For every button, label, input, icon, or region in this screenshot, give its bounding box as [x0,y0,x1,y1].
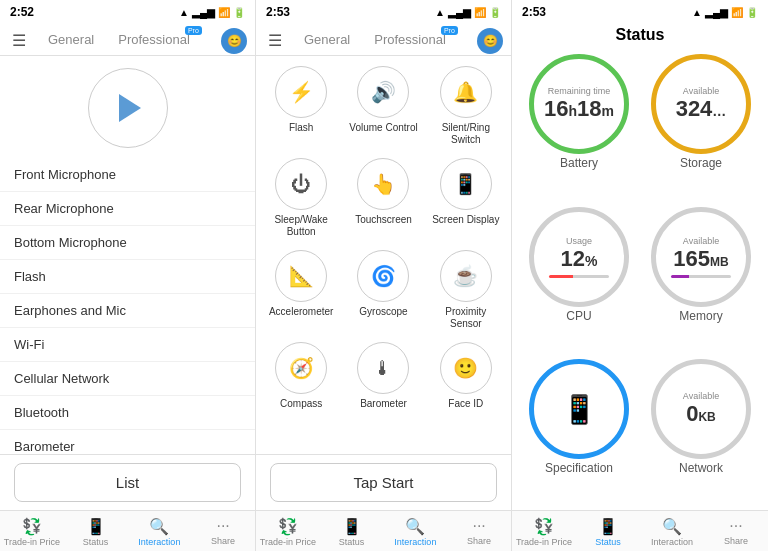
interaction-icon-3: 🔍 [662,517,682,536]
nav-trade-3[interactable]: 💱 Trade-in Price [512,515,576,549]
volume-circle: 🔊 [357,66,409,118]
nav-interaction-2[interactable]: 🔍 Interaction [384,515,448,549]
icon-display[interactable]: 📱 Screen Display [430,158,502,238]
stat-battery[interactable]: Remaining time 16h18m Battery [522,54,636,199]
icon-proximity[interactable]: ☕ Proximity Sensor [430,250,502,330]
list-item-rear-mic[interactable]: Rear Microphone [0,192,255,226]
pro-badge-1: Pro [185,26,202,35]
signal-icon: ▂▄▆ [192,7,215,18]
faceid-circle: 🙂 [440,342,492,394]
list-item-earphones[interactable]: Earphones and Mic [0,294,255,328]
silent-circle: 🔔 [440,66,492,118]
stat-spec[interactable]: 📱 Specification [522,359,636,504]
avatar-1[interactable]: 😊 [221,28,247,54]
signal-icon-2: ▂▄▆ [448,7,471,18]
tab-general-2[interactable]: General [294,26,360,55]
icon-silent[interactable]: 🔔 Silent/Ring Switch [430,66,502,146]
play-circle[interactable] [88,68,168,148]
nav-share-2[interactable]: ··· Share [447,515,511,549]
signal-icon-3: ▂▄▆ [705,7,728,18]
status-icon-2: 📱 [342,517,362,536]
nav-share-1[interactable]: ··· Share [191,515,255,549]
status-icons-2: ▲ ▂▄▆ 📶 🔋 [435,7,501,18]
wifi-icon-3: 📶 [731,7,743,18]
stat-storage[interactable]: Available 324… Storage [644,54,758,199]
icon-touchscreen[interactable]: 👆 Touchscreen [347,158,419,238]
gyro-circle: 🌀 [357,250,409,302]
time-1: 2:52 [10,5,34,19]
trade-icon-2: 💱 [278,517,298,536]
location-icon-3: ▲ [692,7,702,18]
time-2: 2:53 [266,5,290,19]
list-item-cellular[interactable]: Cellular Network [0,362,255,396]
sleep-circle: ⏻ [275,158,327,210]
battery-value: 16h18m [544,96,614,122]
interaction-icon-2: 🔍 [405,517,425,536]
sensor-list: Front Microphone Rear Microphone Bottom … [0,158,255,454]
battery-circle: Remaining time 16h18m [529,54,629,154]
nav-interaction-3[interactable]: 🔍 Interaction [640,515,704,549]
icon-accel[interactable]: 📐 Accelerometer [265,250,337,330]
stat-network[interactable]: Available 0KB Network [644,359,758,504]
storage-circle: Available 324… [651,54,751,154]
icon-faceid[interactable]: 🙂 Face ID [430,342,502,410]
tap-start-button[interactable]: Tap Start [270,463,497,502]
tab-general-1[interactable]: General [38,26,104,55]
status-icons-1: ▲ ▂▄▆ 📶 🔋 [179,7,245,18]
nav-status-3[interactable]: 📱 Status [576,515,640,549]
list-button[interactable]: List [14,463,241,502]
volume-label: Volume Control [349,122,417,134]
list-item-front-mic[interactable]: Front Microphone [0,158,255,192]
icon-volume[interactable]: 🔊 Volume Control [347,66,419,146]
cpu-label-top: Usage [566,236,592,246]
wifi-icon: 📶 [218,7,230,18]
list-item-bottom-mic[interactable]: Bottom Microphone [0,226,255,260]
display-circle: 📱 [440,158,492,210]
stat-memory[interactable]: Available 165MB Memory [644,207,758,352]
nav-status-1[interactable]: 📱 Status [64,515,128,549]
icon-barometer[interactable]: 🌡 Barometer [347,342,419,410]
battery-icon: 🔋 [233,7,245,18]
cpu-circle: Usage 12% [529,207,629,307]
touchscreen-circle: 👆 [357,158,409,210]
share-icon-3: ··· [729,517,742,535]
cpu-value: 12% [561,246,598,272]
panel-middle: 2:53 ▲ ▂▄▆ 📶 🔋 ☰ General Professional Pr… [256,0,512,551]
icon-row-4: 🧭 Compass 🌡 Barometer 🙂 Face ID [256,336,511,416]
icon-flash[interactable]: ⚡ Flash [265,66,337,146]
network-value: 0KB [686,401,716,427]
tab-professional-1[interactable]: Professional Pro [108,26,200,55]
icon-row-2: ⏻ Sleep/Wake Button 👆 Touchscreen 📱 Scre… [256,152,511,244]
avatar-2[interactable]: 😊 [477,28,503,54]
tab-bar-2: ☰ General Professional Pro 😊 [256,22,511,56]
network-label-bottom: Network [679,461,723,475]
icon-sleep[interactable]: ⏻ Sleep/Wake Button [265,158,337,238]
tap-btn-container: Tap Start [256,454,511,510]
tab-professional-2[interactable]: Professional Pro [364,26,456,55]
pro-badge-2: Pro [441,26,458,35]
nav-interaction-1[interactable]: 🔍 Interaction [128,515,192,549]
icon-compass[interactable]: 🧭 Compass [265,342,337,410]
nav-trade-2[interactable]: 💱 Trade-in Price [256,515,320,549]
nav-share-3[interactable]: ··· Share [704,515,768,549]
list-item-bluetooth[interactable]: Bluetooth [0,396,255,430]
status-bar-3: 2:53 ▲ ▂▄▆ 📶 🔋 [512,0,768,22]
storage-value: 324… [676,96,727,122]
nav-status-label-1: Status [83,537,109,547]
list-item-barometer[interactable]: Barometer [0,430,255,454]
memory-label-top: Available [683,236,719,246]
icon-gyro[interactable]: 🌀 Gyroscope [347,250,419,330]
proximity-circle: ☕ [440,250,492,302]
nav-status-2[interactable]: 📱 Status [320,515,384,549]
location-icon-2: ▲ [435,7,445,18]
proximity-label: Proximity Sensor [430,306,502,330]
hamburger-menu-2[interactable]: ☰ [264,27,286,54]
bottom-nav-3: 💱 Trade-in Price 📱 Status 🔍 Interaction … [512,510,768,551]
stat-cpu[interactable]: Usage 12% CPU [522,207,636,352]
list-item-wifi[interactable]: Wi-Fi [0,328,255,362]
nav-trade-1[interactable]: 💱 Trade-in Price [0,515,64,549]
hamburger-menu-1[interactable]: ☰ [8,27,30,54]
list-item-flash[interactable]: Flash [0,260,255,294]
spec-label-bottom: Specification [545,461,613,475]
flash-label: Flash [289,122,313,134]
